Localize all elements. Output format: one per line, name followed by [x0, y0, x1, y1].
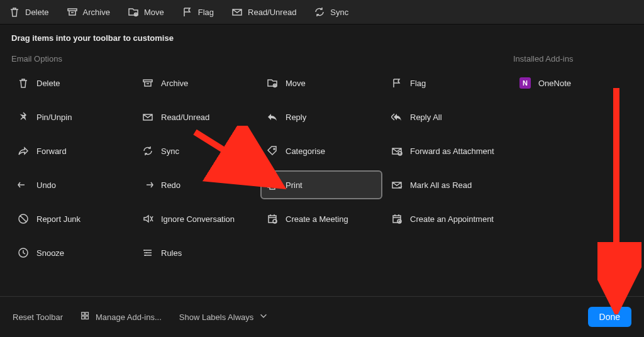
replyall-icon [391, 111, 402, 123]
move-icon [128, 6, 139, 18]
sync-icon [314, 6, 325, 18]
rules-icon [142, 247, 153, 258]
mail-icon [231, 6, 243, 18]
appointment-icon [391, 213, 402, 224]
option-label: Move [286, 79, 306, 88]
option-label: Mark All as Read [410, 180, 472, 190]
markread-icon [391, 179, 402, 191]
archive-icon [67, 6, 78, 18]
option-undo[interactable]: Undo [11, 170, 133, 199]
option-flag[interactable]: Flag [385, 69, 507, 97]
option-delete[interactable]: Delete [11, 69, 133, 97]
option-move[interactable]: Move [260, 69, 382, 97]
option-label: Undo [36, 180, 56, 190]
option-report-junk[interactable]: Report Junk [11, 204, 133, 233]
toolbar-item-archive[interactable]: Archive [67, 6, 110, 18]
flag-icon [182, 6, 193, 18]
archive-icon [142, 77, 153, 89]
addin-onenote[interactable]: NOneNote [513, 69, 633, 97]
mail-icon [142, 111, 153, 123]
toolbar-item-label: Delete [25, 8, 49, 17]
instruction-text: Drag items into your toolbar to customis… [0, 25, 644, 47]
toolbar-item-label: Move [144, 8, 164, 17]
option-read-unread[interactable]: Read/Unread [136, 102, 258, 131]
move-icon [267, 77, 278, 89]
option-label: Sync [161, 146, 179, 156]
redo-icon [142, 179, 153, 191]
toolbar-item-delete[interactable]: Delete [9, 6, 49, 18]
addin-label: OneNote [538, 79, 571, 88]
show-labels-dropdown[interactable]: Show Labels Always [179, 311, 269, 323]
footer: Reset Toolbar Manage Add-ins... Show Lab… [0, 296, 644, 337]
option-label: Print [286, 180, 303, 190]
option-rules[interactable]: Rules [136, 238, 258, 267]
toolbar-item-move[interactable]: Move [128, 6, 164, 18]
option-label: Delete [36, 79, 60, 88]
print-icon [267, 179, 278, 191]
manage-addins-label: Manage Add-ins... [96, 312, 162, 322]
tag-icon [267, 145, 278, 157]
clock-icon [18, 247, 29, 258]
option-create-an-appointment[interactable]: Create an Appointment [385, 204, 507, 233]
option-label: Reply [286, 113, 306, 122]
option-label: Redo [161, 180, 180, 190]
flag-icon [391, 77, 402, 89]
addins-list: NOneNote [513, 69, 633, 97]
email-options-grid: DeleteArchiveMoveFlagPin/UnpinRead/Unrea… [11, 69, 507, 267]
option-label: Report Junk [36, 214, 80, 224]
toolbar-item-label: Archive [83, 8, 110, 17]
toolbar: DeleteArchiveMoveFlagRead/UnreadSync [0, 0, 644, 25]
trash-icon [18, 77, 29, 89]
option-redo[interactable]: Redo [136, 170, 258, 199]
chevron-down-icon [258, 311, 269, 323]
option-forward-as-attachment[interactable]: Forward as Attachment [385, 136, 507, 165]
reply-icon [267, 111, 278, 123]
option-forward[interactable]: Forward [11, 136, 133, 165]
onenote-icon: N [519, 77, 531, 89]
reset-toolbar-button[interactable]: Reset Toolbar [13, 312, 63, 322]
option-label: Reply All [410, 113, 442, 122]
email-options-title: Email Options [11, 47, 507, 69]
option-reply-all[interactable]: Reply All [385, 102, 507, 131]
option-reply[interactable]: Reply [260, 102, 382, 131]
toolbar-item-label: Sync [330, 8, 348, 17]
option-label: Forward as Attachment [410, 146, 494, 156]
mute-icon [142, 213, 153, 224]
option-label: Create a Meeting [286, 214, 348, 224]
option-pin-unpin[interactable]: Pin/Unpin [11, 102, 133, 131]
option-label: Pin/Unpin [36, 113, 72, 122]
option-create-a-meeting[interactable]: Create a Meeting [260, 204, 382, 233]
option-label: Archive [161, 79, 188, 88]
toolbar-item-read-unread[interactable]: Read/Unread [231, 6, 296, 18]
installed-addins-title: Installed Add-ins [513, 47, 633, 69]
meeting-icon [267, 213, 278, 224]
manage-addins-button[interactable]: Manage Add-ins... [80, 311, 162, 323]
sync-icon [142, 145, 153, 157]
option-archive[interactable]: Archive [136, 69, 258, 97]
option-label: Create an Appointment [410, 214, 494, 224]
option-ignore-conversation[interactable]: Ignore Conversation [136, 204, 258, 233]
toolbar-item-flag[interactable]: Flag [182, 6, 214, 18]
junk-icon [18, 213, 29, 224]
option-sync[interactable]: Sync [136, 136, 258, 165]
toolbar-item-label: Read/Unread [248, 8, 296, 17]
forward-icon [18, 145, 29, 157]
option-categorise[interactable]: Categorise [260, 136, 382, 165]
option-label: Rules [161, 248, 182, 258]
reset-toolbar-label: Reset Toolbar [13, 312, 63, 322]
done-button[interactable]: Done [588, 307, 631, 327]
option-label: Flag [410, 79, 426, 88]
attach-icon [391, 145, 402, 157]
option-label: Ignore Conversation [161, 214, 235, 224]
option-print[interactable]: Print [260, 170, 382, 199]
option-label: Read/Unread [161, 113, 209, 122]
undo-icon [18, 179, 29, 191]
toolbar-item-sync[interactable]: Sync [314, 6, 348, 18]
pin-icon [18, 111, 29, 123]
option-mark-all-as-read[interactable]: Mark All as Read [385, 170, 507, 199]
option-snooze[interactable]: Snooze [11, 238, 133, 267]
show-labels-label: Show Labels Always [179, 312, 254, 322]
grid-icon [80, 311, 91, 323]
trash-icon [9, 6, 20, 18]
option-label: Forward [36, 146, 67, 156]
